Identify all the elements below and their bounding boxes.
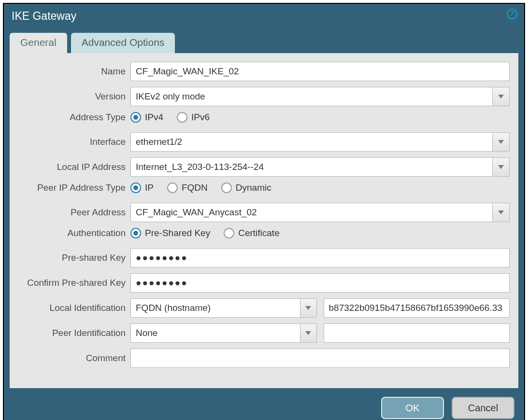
name-input[interactable] xyxy=(130,62,510,81)
label-name: Name xyxy=(18,66,130,77)
titlebar: IKE Gateway ? xyxy=(4,4,524,25)
label-comment: Comment xyxy=(18,353,130,364)
svg-marker-2 xyxy=(498,165,504,169)
svg-marker-3 xyxy=(498,210,504,214)
psk-confirm-input[interactable] xyxy=(130,273,510,293)
version-dropdown-button[interactable] xyxy=(492,87,510,106)
peer-id-type-select[interactable] xyxy=(130,323,300,343)
chevron-down-icon xyxy=(498,210,504,215)
radio-peer-fqdn[interactable]: FQDN xyxy=(167,182,208,193)
svg-marker-0 xyxy=(498,95,504,98)
local-id-value-input[interactable] xyxy=(324,298,510,318)
label-local-ip: Local IP Address xyxy=(18,162,130,172)
label-psk: Pre-shared Key xyxy=(18,252,130,263)
radio-psk-label: Pre-Shared Key xyxy=(145,228,210,238)
label-local-id: Local Identification xyxy=(18,303,130,313)
label-peer-ip-type: Peer IP Address Type xyxy=(18,182,130,193)
ok-button[interactable]: OK xyxy=(381,397,444,419)
local-ip-dropdown-button[interactable] xyxy=(492,157,510,177)
chevron-down-icon xyxy=(305,306,312,310)
label-psk-confirm: Confirm Pre-shared Key xyxy=(18,278,130,288)
radio-ipv6[interactable]: IPv6 xyxy=(177,112,210,123)
radio-peer-fqdn-label: FQDN xyxy=(182,182,208,193)
tab-advanced-options[interactable]: Advanced Options xyxy=(71,33,175,53)
local-id-type-select[interactable] xyxy=(130,298,300,318)
tabstrip: General Advanced Options xyxy=(4,25,524,53)
local-ip-select[interactable] xyxy=(130,157,492,177)
radio-peer-ip-label: IP xyxy=(145,182,154,193)
radio-peer-dynamic-label: Dynamic xyxy=(236,182,271,193)
chevron-down-icon xyxy=(498,94,504,99)
svg-marker-4 xyxy=(305,306,311,310)
label-interface: Interface xyxy=(18,137,130,147)
radio-cert-label: Certificate xyxy=(238,228,280,238)
cancel-button[interactable]: Cancel xyxy=(452,397,514,419)
radio-psk[interactable]: Pre-Shared Key xyxy=(130,228,210,238)
dialog-footer: OK Cancel xyxy=(4,388,524,420)
peer-id-value-input[interactable] xyxy=(324,323,510,343)
help-icon[interactable]: ? xyxy=(507,9,517,19)
comment-input[interactable] xyxy=(130,349,510,368)
dialog-title: IKE Gateway xyxy=(12,10,76,22)
general-panel: Name Version Address Type IP xyxy=(10,53,518,388)
peer-address-select[interactable] xyxy=(130,203,492,222)
tab-general[interactable]: General xyxy=(10,33,67,53)
radio-ipv4-label: IPv4 xyxy=(145,112,163,123)
radio-ipv4[interactable]: IPv4 xyxy=(130,112,163,123)
psk-input[interactable] xyxy=(130,248,510,267)
label-address-type: Address Type xyxy=(18,112,130,123)
interface-dropdown-button[interactable] xyxy=(492,132,510,152)
label-peer-id: Peer Identification xyxy=(18,328,130,338)
chevron-down-icon xyxy=(498,140,504,144)
peer-id-type-dropdown-button[interactable] xyxy=(300,323,317,343)
label-version: Version xyxy=(18,91,130,102)
ike-gateway-dialog: IKE Gateway ? General Advanced Options N… xyxy=(3,3,525,420)
interface-select[interactable] xyxy=(130,132,492,152)
label-peer-address: Peer Address xyxy=(18,207,130,218)
radio-peer-dynamic[interactable]: Dynamic xyxy=(221,182,271,193)
svg-marker-1 xyxy=(498,140,504,144)
svg-marker-5 xyxy=(305,331,311,335)
chevron-down-icon xyxy=(498,165,504,169)
radio-ipv6-label: IPv6 xyxy=(191,112,210,123)
peer-address-dropdown-button[interactable] xyxy=(492,203,510,222)
radio-peer-ip[interactable]: IP xyxy=(130,182,154,193)
version-select[interactable] xyxy=(130,87,492,106)
radio-cert[interactable]: Certificate xyxy=(224,228,280,238)
label-authentication: Authentication xyxy=(18,228,130,238)
local-id-type-dropdown-button[interactable] xyxy=(300,298,317,318)
chevron-down-icon xyxy=(305,331,312,336)
